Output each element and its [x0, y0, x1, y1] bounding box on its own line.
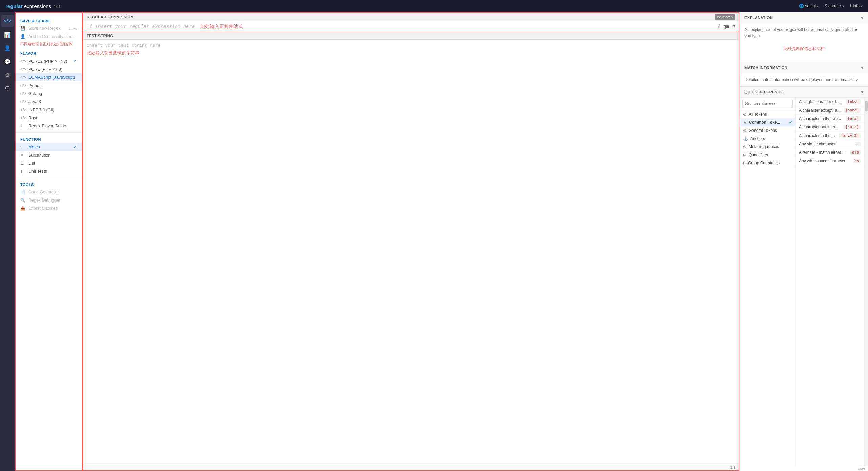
chart-icon: 📊 — [4, 31, 11, 38]
match-info-section: MATCH INFORMATION ▾ Detailed match infor… — [740, 62, 868, 87]
qr-ref-desc-6: Alternate - match either ... — [799, 150, 850, 155]
right-panel: EXPLANATION ▾ An explanation of your reg… — [739, 12, 868, 471]
anchors-label: Anchors — [750, 136, 765, 141]
explanation-title: EXPLANATION — [744, 16, 773, 20]
regex-header: REGULAR EXPRESSION no match — [83, 13, 739, 21]
flavor-pcre2[interactable]: </> PCRE2 (PHP >=7.3) ✓ — [16, 57, 82, 65]
flavor-guide[interactable]: ℹ Regex Flavor Guide — [16, 122, 82, 130]
qr-ref-row-4: A character in the ... [a-zA-Z] — [796, 132, 864, 140]
divider1 — [16, 132, 82, 133]
user-icon-btn[interactable]: 👤 — [1, 42, 14, 54]
donate-label: donate — [828, 4, 841, 8]
match-info-title: MATCH INFORMATION — [744, 66, 787, 70]
match-info-body: Detailed match information will be displ… — [740, 73, 868, 86]
donate-nav[interactable]: $ donate ▾ — [825, 4, 844, 8]
regex-input-row: :/ insert your regular expression here 此… — [83, 21, 739, 32]
match-info-text: Detailed match information will be displ… — [744, 77, 859, 82]
test-icon: ▮ — [20, 169, 26, 174]
scroll-spacer — [864, 98, 868, 100]
test-textarea[interactable]: insert your test string here 此处输入你要测试的字符… — [83, 40, 739, 464]
code-gen-icon: 📄 — [20, 190, 26, 194]
flavor-pcre[interactable]: </> PCRE (PHP <7.3) — [16, 65, 82, 73]
info-label: info — [853, 4, 860, 8]
no-match-badge: no match — [715, 14, 735, 20]
qr-item-meta-sequences[interactable]: ⊛ Meta Sequences — [740, 143, 795, 151]
function-substitution[interactable]: ✕ Substitution — [16, 151, 82, 159]
pcre-label: PCRE (PHP <7.3) — [28, 67, 62, 72]
quick-reference-section: QUICK REFERENCE ▾ ⊙ All Tokens — [740, 87, 868, 471]
qr-scrollbar[interactable] — [864, 98, 868, 466]
match-info-collapse-icon[interactable]: ▾ — [861, 65, 863, 70]
qr-collapse-icon[interactable]: ▾ — [861, 89, 863, 95]
debugger-icon: 🔍 — [20, 198, 26, 203]
qr-item-all-tokens[interactable]: ⊙ All Tokens — [740, 110, 795, 118]
copy-button[interactable]: ⧉ — [732, 23, 735, 30]
flavor-golang[interactable]: </> Golang — [16, 90, 82, 98]
qr-ref-desc-3: A character not in th... — [799, 125, 844, 129]
save-new-item[interactable]: 💾 Save new Regex ctrl+s — [16, 24, 82, 32]
regex-section: REGULAR EXPRESSION no match :/ insert yo… — [83, 12, 739, 32]
qr-item-common-tokens[interactable]: ★ Common Toke... ✓ — [740, 118, 795, 126]
qr-item-general-tokens[interactable]: ⊕ General Tokens — [740, 126, 795, 135]
qr-ref-token-0: [abc] — [846, 99, 861, 104]
social-nav[interactable]: 🌐 social ▾ — [799, 4, 819, 8]
export-icon: 📤 — [20, 206, 26, 211]
flavor-dotnet[interactable]: </> .NET 7.0 (C#) — [16, 106, 82, 114]
qr-header: QUICK REFERENCE ▾ — [740, 87, 868, 98]
chat-icon-btn[interactable]: 💬 — [1, 55, 14, 68]
code-flavor-icon6: </> — [20, 99, 26, 104]
code-flavor-icon4: </> — [20, 83, 26, 88]
rust-label: Rust — [28, 116, 37, 120]
flavor-python[interactable]: </> Python — [16, 81, 82, 90]
function-list[interactable]: ☰ List — [16, 159, 82, 167]
settings-icon-btn[interactable]: ⚙ — [1, 69, 14, 81]
test-header: TEST STRING — [83, 32, 739, 40]
qr-ref-row-1: A character except: a... [^abc] — [796, 106, 864, 115]
explanation-text: An explanation of your regex will be aut… — [744, 27, 858, 38]
flavor-rust[interactable]: </> Rust — [16, 114, 82, 122]
qr-item-anchors[interactable]: ⚓ Anchors — [740, 135, 795, 143]
comment-icon-btn[interactable]: 🗨 — [1, 83, 14, 95]
csrf-text: CSRF — [740, 466, 868, 471]
info-circle-icon: ℹ — [850, 4, 852, 8]
all-tokens-label: All Tokens — [749, 112, 767, 117]
match-info-header: MATCH INFORMATION ▾ — [740, 62, 868, 73]
chart-icon-btn[interactable]: 📊 — [1, 28, 14, 41]
divider2 — [16, 178, 82, 178]
function-unit-tests[interactable]: ▮ Unit Tests — [16, 167, 82, 175]
match-icon: › — [20, 145, 26, 149]
tool-export[interactable]: 📤 Export Matches — [16, 204, 82, 212]
meta-sequences-label: Meta Sequences — [749, 144, 779, 149]
code-flavor-icon7: </> — [20, 108, 26, 112]
code-gen-label: Code Generator — [28, 190, 59, 194]
qr-ref-token-2: [a-z] — [846, 116, 861, 121]
tool-code-gen[interactable]: 📄 Code Generator — [16, 188, 82, 196]
ecma-label: ECMAScript (JavaScript) — [28, 75, 75, 80]
code-flavor-icon5: </> — [20, 91, 26, 96]
flavor-java[interactable]: </> Java 8 — [16, 98, 82, 106]
qr-ref-token-5: . — [855, 142, 861, 146]
qr-item-quantifiers[interactable]: ⊠ Quantifiers — [740, 151, 795, 159]
quantifiers-label: Quantifiers — [749, 152, 768, 157]
search-reference-input[interactable] — [742, 100, 793, 108]
cursor-position: 1:1 — [730, 465, 735, 469]
info-nav[interactable]: ℹ info ▾ — [850, 4, 863, 8]
code-icon-btn[interactable]: </> — [1, 15, 14, 27]
code-flavor-icon3: </> — [20, 75, 26, 80]
pcre2-label: PCRE2 (PHP >=7.3) — [28, 59, 67, 64]
add-community-item[interactable]: 👤 Add to Community Libr... — [16, 32, 82, 41]
tool-debugger[interactable]: 🔍 Regex Debugger — [16, 196, 82, 204]
qr-left: ⊙ All Tokens ★ Common Toke... ✓ ⊕ Genera… — [740, 98, 796, 466]
java-label: Java 8 — [28, 99, 41, 104]
function-match[interactable]: › Match ✓ — [16, 143, 82, 151]
scroll-thumb[interactable] — [865, 101, 868, 111]
star-icon: ★ — [743, 120, 747, 125]
match-check-icon: ✓ — [73, 144, 77, 149]
qr-item-group-constructs[interactable]: () Group Constructs — [740, 159, 795, 167]
flavor-ecma[interactable]: </> ECMAScript (JavaScript) — [16, 73, 82, 81]
brand-regex: regular — [5, 3, 23, 9]
brand: regular expressions 101 — [5, 3, 61, 9]
main-content: REGULAR EXPRESSION no match :/ insert yo… — [83, 12, 868, 471]
explanation-collapse-icon[interactable]: ▾ — [861, 15, 863, 20]
save-share-title: SAVE & SHARE — [16, 16, 82, 24]
